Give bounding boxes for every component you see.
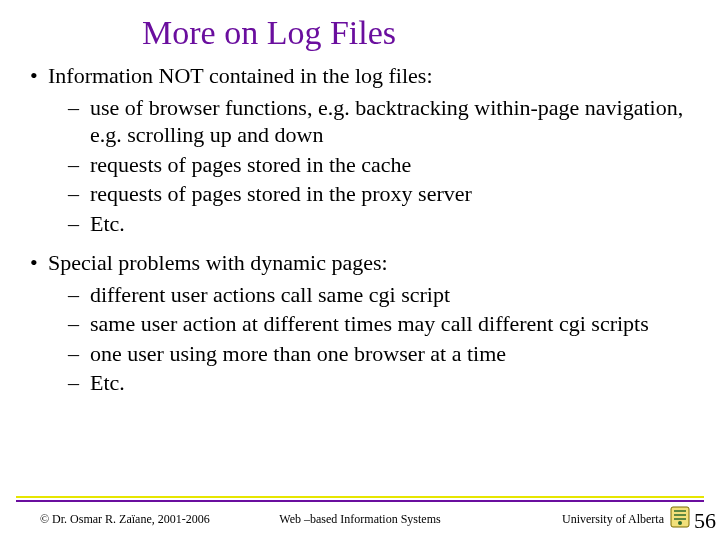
page-number: 56 [694,508,716,534]
sub-bullet-text: Etc. [90,211,125,236]
svg-point-1 [678,521,682,525]
university-logo-icon [670,506,690,532]
sub-bullet-text: Etc. [90,370,125,395]
sub-bullet-item: one user using more than one browser at … [68,340,706,368]
bullet-item: Special problems with dynamic pages: dif… [28,249,706,397]
footer-copyright: © Dr. Osmar R. Zaïane, 2001-2006 [40,512,210,527]
bullet-text: Information NOT contained in the log fil… [48,63,433,88]
sub-bullet-text: requests of pages stored in the proxy se… [90,181,472,206]
sub-bullet-text: requests of pages stored in the cache [90,152,411,177]
slide-content: Information NOT contained in the log fil… [0,58,720,397]
sub-bullet-item: use of browser functions, e.g. backtrack… [68,94,706,149]
slide: More on Log Files Information NOT contai… [0,0,720,540]
bullet-item: Information NOT contained in the log fil… [28,62,706,237]
footer: © Dr. Osmar R. Zaïane, 2001-2006 Web –ba… [0,506,720,532]
footer-divider [16,496,704,502]
sub-bullet-text: use of browser functions, e.g. backtrack… [90,95,683,148]
sub-bullet-list: different user actions call same cgi scr… [48,281,706,397]
sub-bullet-item: different user actions call same cgi scr… [68,281,706,309]
divider-purple [16,500,704,502]
sub-bullet-text: same user action at different times may … [90,311,649,336]
bullet-list: Information NOT contained in the log fil… [28,62,706,397]
sub-bullet-item: requests of pages stored in the cache [68,151,706,179]
bullet-text: Special problems with dynamic pages: [48,250,388,275]
sub-bullet-item: requests of pages stored in the proxy se… [68,180,706,208]
sub-bullet-list: use of browser functions, e.g. backtrack… [48,94,706,238]
footer-right: University of Alberta [562,512,664,527]
sub-bullet-item: Etc. [68,369,706,397]
divider-yellow [16,496,704,498]
slide-title: More on Log Files [0,0,720,58]
sub-bullet-item: Etc. [68,210,706,238]
sub-bullet-item: same user action at different times may … [68,310,706,338]
sub-bullet-text: different user actions call same cgi scr… [90,282,450,307]
sub-bullet-text: one user using more than one browser at … [90,341,506,366]
